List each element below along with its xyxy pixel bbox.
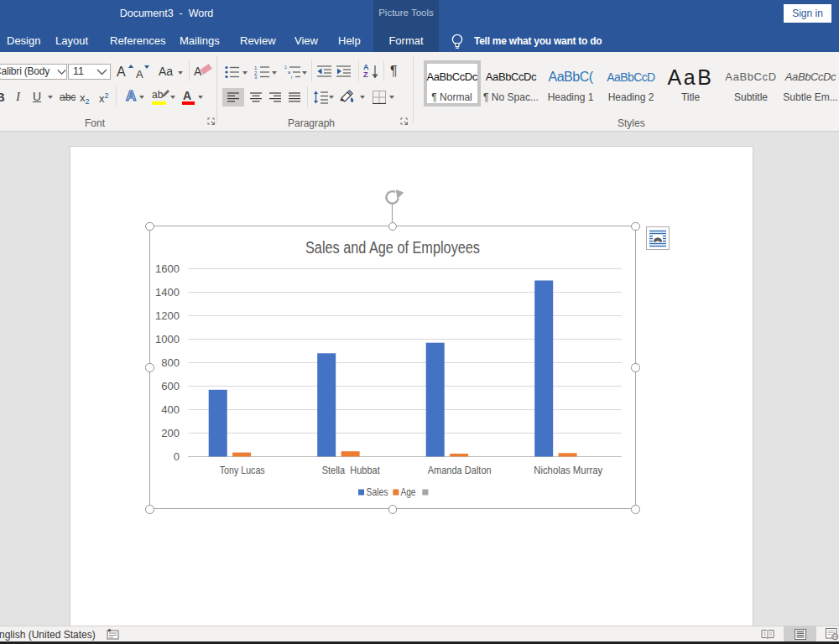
svg-text:i: i bbox=[291, 75, 292, 79]
svg-text:Sales: Sales bbox=[367, 486, 388, 498]
svg-text:200: 200 bbox=[161, 427, 180, 439]
svg-text:3: 3 bbox=[254, 75, 258, 79]
svg-text:1000: 1000 bbox=[155, 333, 180, 345]
svg-text:Age: Age bbox=[401, 486, 416, 498]
svg-text:1600: 1600 bbox=[155, 262, 180, 275]
svg-text:Tony Lucas: Tony Lucas bbox=[220, 464, 265, 476]
svg-text:1: 1 bbox=[284, 65, 287, 70]
svg-text:1400: 1400 bbox=[155, 286, 180, 299]
svg-text:Amanda Dalton: Amanda Dalton bbox=[428, 464, 492, 476]
svg-text:400: 400 bbox=[161, 403, 180, 416]
svg-text:600: 600 bbox=[161, 380, 180, 392]
svg-text:800: 800 bbox=[161, 356, 180, 369]
svg-text:Stella Hubbat: Stella Hubbat bbox=[322, 464, 380, 476]
svg-text:Nicholas Murray: Nicholas Murray bbox=[534, 464, 602, 476]
svg-text:1200: 1200 bbox=[155, 309, 180, 322]
svg-text:0: 0 bbox=[174, 450, 180, 463]
svg-text:Sales and Age of Employees: Sales and Age of Employees bbox=[305, 238, 480, 257]
